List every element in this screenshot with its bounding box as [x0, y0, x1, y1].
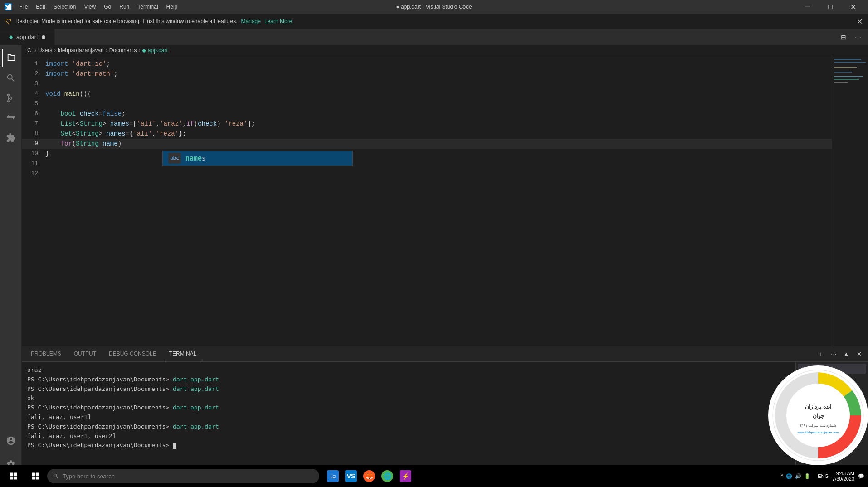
tray-speaker-icon: 🔊	[795, 473, 801, 479]
code-line-9: 9 for(String name)	[22, 139, 832, 149]
tab-terminal[interactable]: TERMINAL	[164, 348, 202, 360]
minimize-button[interactable]: ─	[797, 0, 818, 14]
code-line-6: 6 bool check=false;	[22, 109, 832, 119]
banner-close-button[interactable]: ✕	[857, 17, 863, 26]
learn-more-link[interactable]: Learn More	[264, 18, 292, 24]
close-button[interactable]: ✕	[843, 0, 863, 14]
clock[interactable]: 9:43 AM 7/30/2023	[832, 471, 854, 482]
split-editor-button[interactable]: ⊟	[837, 31, 850, 44]
code-line-3: 3	[22, 79, 832, 89]
terminal-line-1: araz	[27, 365, 790, 375]
svg-rect-7	[32, 473, 35, 476]
run-debug-icon[interactable]	[2, 109, 20, 127]
tab-bar: ◆ app.dart ⊟ ⋯	[0, 29, 868, 45]
code-line-12: 12	[22, 169, 832, 179]
tab-output[interactable]: OUTPUT	[68, 348, 102, 360]
code-line-5: 5	[22, 99, 832, 109]
minimap	[832, 55, 868, 346]
breadcrumb-drive[interactable]: C:	[27, 47, 33, 54]
search-icon[interactable]	[2, 69, 20, 87]
tray-arrow[interactable]: ^	[781, 473, 783, 479]
system-tray: ^ 🌐 🔊 🔋	[777, 473, 814, 479]
taskbar-vscode-icon[interactable]: VS	[343, 468, 359, 484]
autocomplete-dropdown[interactable]: abc names	[162, 151, 353, 166]
account-icon[interactable]	[2, 432, 20, 450]
svg-rect-1	[834, 62, 866, 63]
window-controls: ─ □ ✕	[797, 0, 863, 14]
taskbar-browser-icon[interactable]: 🦊	[361, 468, 377, 484]
vscode-icon	[5, 3, 12, 10]
restricted-banner-text: Restricted Mode is intended for safe cod…	[15, 18, 238, 24]
source-control-icon[interactable]	[2, 89, 20, 107]
terminal-content[interactable]: araz PS C:\Users\idehpardazanjavan\Docum…	[22, 362, 795, 477]
taskbar-chrome-icon[interactable]: 🌐	[379, 468, 395, 484]
breadcrumb-file[interactable]: ◆ app.dart	[142, 47, 167, 54]
panel-maximize-button[interactable]: ▲	[841, 348, 852, 359]
editor-area: C: › Users › idehpardazanjavan › Documen…	[22, 45, 868, 477]
tab-modified-dot	[42, 35, 45, 39]
menu-edit[interactable]: Edit	[32, 2, 49, 12]
start-button[interactable]	[4, 466, 24, 486]
code-editor[interactable]: 1 import 'dart:io'; 2 import 'dart:math'…	[22, 55, 832, 346]
terminal-line-7: PS C:\Users\idehpardazanjavan\Documents>…	[27, 422, 790, 432]
activity-bar	[0, 45, 22, 477]
maximize-button[interactable]: □	[820, 0, 841, 14]
search-placeholder: Type here to search	[63, 473, 115, 480]
tab-problems[interactable]: PROBLEMS	[25, 348, 67, 360]
taskbar-extra-icon[interactable]: ⚡	[397, 468, 414, 484]
notification-center-icon[interactable]: 💬	[858, 473, 864, 479]
split-terminal-button[interactable]: ⋯	[828, 348, 839, 359]
breadcrumb-documents[interactable]: Documents	[109, 47, 137, 54]
minimap-canvas	[832, 55, 868, 191]
panel-tab-actions: + ⋯ ▲ ✕	[815, 348, 864, 359]
taskbar-explorer-icon[interactable]: 🗂	[325, 468, 341, 484]
taskbar-right: ^ 🌐 🔊 🔋 ENG 9:43 AM 7/30/2023 💬	[777, 471, 864, 482]
menu-terminal[interactable]: Terminal	[134, 2, 161, 12]
extensions-icon[interactable]	[2, 129, 20, 147]
autocomplete-suggestion: names	[185, 153, 206, 163]
tab-debug-console[interactable]: DEBUG CONSOLE	[103, 348, 162, 360]
svg-text:www.idehpardazanjavan.com: www.idehpardazanjavan.com	[797, 431, 839, 434]
autocomplete-item-names[interactable]: abc names	[163, 151, 352, 166]
bottom-panel-container: PROBLEMS OUTPUT DEBUG CONSOLE TERMINAL +…	[22, 346, 868, 477]
bottom-main: PROBLEMS OUTPUT DEBUG CONSOLE TERMINAL +…	[22, 346, 868, 477]
menu-help[interactable]: Help	[163, 2, 181, 12]
svg-rect-5	[834, 79, 859, 80]
terminal-line-4: ok	[27, 394, 790, 403]
taskbar-search[interactable]: Type here to search	[47, 469, 319, 483]
language-indicator[interactable]: ENG	[818, 473, 829, 479]
svg-text:ایده پردازان: ایده پردازان	[805, 404, 831, 410]
main-layout: C: › Users › idehpardazanjavan › Documen…	[0, 45, 868, 477]
terminal-line-6: [ali, araz, user1]	[27, 413, 790, 422]
menu-run[interactable]: Run	[116, 2, 133, 12]
code-line-1: 1 import 'dart:io';	[22, 59, 832, 69]
breadcrumb-user[interactable]: idehpardazanjavan	[58, 47, 103, 54]
explorer-icon[interactable]	[2, 49, 20, 67]
terminal-line-3: PS C:\Users\idehpardazanjavan\Documents>…	[27, 385, 790, 394]
svg-rect-6	[834, 82, 848, 83]
menu-view[interactable]: View	[80, 2, 99, 12]
menu-go[interactable]: Go	[100, 2, 115, 12]
panel-close-button[interactable]: ✕	[853, 348, 864, 359]
manage-link[interactable]: Manage	[241, 18, 261, 24]
new-terminal-button[interactable]: +	[815, 348, 826, 359]
svg-rect-9	[32, 477, 35, 480]
watermark-svg: ایده پردازان جوان شماره ثبت شرکت:۴۱۹۱ ww…	[768, 365, 868, 465]
taskview-button[interactable]	[25, 466, 45, 486]
svg-rect-10	[36, 477, 39, 480]
tab-app-dart[interactable]: ◆ app.dart	[0, 29, 55, 45]
code-line-11: 11	[22, 159, 832, 169]
menu-selection[interactable]: Selection	[50, 2, 79, 12]
code-line-8: 8 Set<String> names={'ali','reza'};	[22, 129, 832, 139]
panel-tabs: PROBLEMS OUTPUT DEBUG CONSOLE TERMINAL +…	[22, 346, 868, 362]
menu-file[interactable]: File	[15, 2, 31, 12]
titlebar: File Edit Selection View Go Run Terminal…	[0, 0, 868, 14]
breadcrumb: C: › Users › idehpardazanjavan › Documen…	[22, 45, 868, 55]
more-actions-button[interactable]: ⋯	[852, 31, 864, 44]
svg-rect-8	[36, 473, 39, 476]
breadcrumb-users[interactable]: Users	[38, 47, 52, 54]
tray-battery-icon: 🔋	[804, 473, 810, 479]
code-line-2: 2 import 'dart:math';	[22, 69, 832, 79]
date-display: 7/30/2023	[832, 476, 854, 482]
svg-rect-4	[834, 76, 863, 77]
